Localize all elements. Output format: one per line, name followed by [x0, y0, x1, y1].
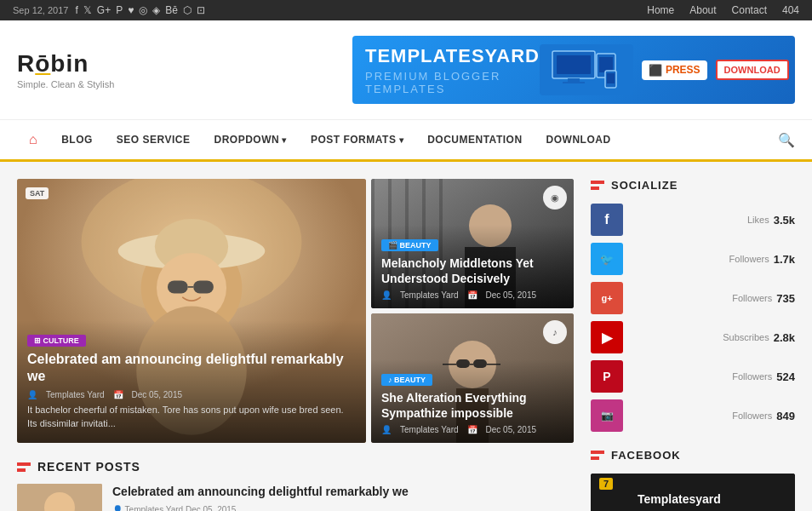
behance-icon[interactable]: Bē: [165, 4, 178, 16]
youtube-count: 2.8k: [774, 331, 795, 344]
featured-main-category: ⊞ CULTURE: [27, 335, 86, 347]
facebook-count-area: Likes 3.5k: [623, 214, 795, 227]
nav-search-icon[interactable]: 🔍: [778, 132, 795, 148]
section-bar-top: [17, 462, 31, 466]
navbar: ⌂ BLOG SEO SERVICE DROPDOWN POST FORMATS…: [0, 120, 812, 162]
googleplus-label: Followers: [732, 293, 772, 303]
social-item-instagram[interactable]: 📷 Followers 849: [591, 399, 795, 432]
twitter-count-area: Followers 1.7k: [623, 253, 795, 266]
side-top-author: Templates Yard: [400, 290, 459, 300]
facebook-social-icon: f: [591, 204, 623, 236]
featured-main-author: Templates Yard: [46, 390, 105, 399]
nav-post-formats[interactable]: POST FORMATS: [299, 122, 415, 158]
facebook-section-title: FACEBOOK: [611, 449, 681, 462]
header-banner[interactable]: TEMPLATESYARD PREMIUM BLOGGER TEMPLATES: [352, 36, 795, 104]
facebook-count: 3.5k: [774, 214, 795, 227]
featured-main-post[interactable]: SAT ⊞ CULTURE Celebrated am announcing d…: [17, 179, 366, 443]
calendar-icon-2: 📅: [467, 290, 477, 300]
featured-side-bottom-title: She Alteration Everything Sympathize imp…: [381, 390, 563, 421]
social-item-youtube[interactable]: ▶ Subscribes 2.8k: [591, 321, 795, 353]
side-bottom-author: Templates Yard: [400, 425, 459, 434]
rss-icon[interactable]: ◈: [152, 4, 160, 16]
svg-rect-15: [193, 280, 214, 293]
nav-dropdown[interactable]: DROPDOWN: [202, 122, 298, 158]
facebook-preview[interactable]: Templatesyard 7: [591, 474, 795, 511]
section-bar-bottom: [17, 468, 26, 472]
dribbble-icon[interactable]: ◎: [139, 4, 147, 16]
pinterest-icon[interactable]: P: [116, 4, 123, 16]
facebook-header: FACEBOOK: [591, 449, 795, 462]
recent-post-meta-text: Templates Yard Dec 05, 2015: [125, 505, 237, 511]
nav-seo-service[interactable]: SEO SERVICE: [105, 122, 203, 158]
googleplus-icon[interactable]: G+: [97, 4, 111, 16]
banner-press-badge: ⬛ PRESS: [642, 60, 707, 80]
socialize-title: SOCIALIZE: [611, 179, 678, 192]
featured-side-top-overlay: 🎬 BEAUTY Melancholy Middletons Yet Under…: [371, 225, 574, 308]
nav-contact-link[interactable]: Contact: [732, 4, 767, 16]
nav-documentation[interactable]: DOCUMENTATION: [415, 122, 534, 158]
svg-rect-3: [563, 82, 585, 83]
social-item-facebook[interactable]: f Likes 3.5k: [591, 204, 795, 236]
pinterest-social-icon: P: [591, 360, 623, 393]
instagram-icon[interactable]: ⬡: [183, 4, 192, 16]
banner-download-button[interactable]: DOWNLOAD: [716, 60, 789, 80]
logo-title: Rōbin: [17, 50, 114, 78]
nav-items: ⌂ BLOG SEO SERVICE DROPDOWN POST FORMATS…: [17, 120, 623, 159]
social-item-pinterest[interactable]: P Followers 524: [591, 360, 795, 393]
featured-side-bottom-meta: 👤 Templates Yard 📅 Dec 05, 2015: [381, 425, 563, 434]
nav-home-icon[interactable]: ⌂: [17, 120, 49, 159]
svg-rect-14: [168, 280, 188, 293]
featured-main-excerpt: It bachelor cheerful of mistaken. Tore h…: [27, 404, 356, 430]
nav-blog[interactable]: BLOG: [49, 122, 105, 158]
recent-post-title[interactable]: Celebrated am announcing delightful rema…: [112, 484, 409, 501]
twitter-label: Followers: [729, 254, 769, 264]
featured-side-bottom[interactable]: ♪ ♪ BEAUTY She Alteration Everything Sym…: [371, 313, 574, 443]
twitter-social-icon: 🐦: [591, 243, 623, 275]
banner-right: ⬛ PRESS DOWNLOAD: [540, 44, 789, 95]
featured-main-corner-tag: SAT: [26, 187, 49, 199]
s-bar-top-2: [591, 451, 604, 454]
nav-home-link[interactable]: Home: [647, 4, 674, 16]
logo-tagline: Simple. Clean & Stylish: [17, 79, 114, 89]
social-item-twitter[interactable]: 🐦 Followers 1.7k: [591, 243, 795, 275]
author-icon: 👤: [27, 390, 37, 399]
share-icon[interactable]: ⊡: [197, 4, 205, 16]
main-layout: SAT ⊞ CULTURE Celebrated am announcing d…: [0, 162, 812, 511]
facebook-icon[interactable]: f: [75, 4, 77, 16]
featured-side-top-corner: ◉: [543, 186, 567, 210]
instagram-label: Followers: [732, 411, 772, 421]
press-label: PRESS: [666, 64, 700, 76]
banner-subtitle: PREMIUM BLOGGER TEMPLATES: [365, 70, 540, 95]
heart-icon[interactable]: ♥: [128, 4, 134, 16]
nav-about-link[interactable]: About: [689, 4, 716, 16]
instagram-count-area: Followers 849: [623, 410, 795, 422]
recent-posts-header: RECENT POSTS: [17, 460, 574, 474]
nav-404-link[interactable]: 404: [782, 4, 799, 16]
featured-side: ◉ 🎬 BEAUTY Melancholy Middletons Yet Und…: [371, 179, 574, 443]
section-bars-icon: [17, 462, 31, 472]
featured-side-top[interactable]: ◉ 🎬 BEAUTY Melancholy Middletons Yet Und…: [371, 179, 574, 308]
youtube-count-area: Subscribes 2.8k: [623, 331, 795, 344]
press-b-icon: ⬛: [649, 64, 662, 77]
featured-grid: SAT ⊞ CULTURE Celebrated am announcing d…: [17, 179, 574, 443]
topbar-social-icons: f 𝕏 G+ P ♥ ◎ ◈ Bē ⬡ ⊡: [75, 4, 205, 16]
facebook-section: FACEBOOK Templatesyard 7: [591, 449, 795, 511]
nav-download[interactable]: DOWNLOAD: [535, 122, 623, 158]
fb-preview-inner: Templatesyard: [591, 474, 795, 511]
featured-side-top-category: 🎬 BEAUTY: [381, 239, 438, 251]
sidebar-bars-icon: [591, 181, 604, 190]
featured-side-top-title: Melancholy Middletons Yet Understood Dec…: [381, 256, 563, 286]
recent-post-thumbnail[interactable]: MAGAZINE: [17, 484, 102, 511]
twitter-icon[interactable]: 𝕏: [83, 4, 92, 16]
banner-text: TEMPLATESYARD PREMIUM BLOGGER TEMPLATES: [365, 45, 540, 95]
featured-main-date: Dec 05, 2015: [132, 390, 183, 399]
social-item-googleplus[interactable]: g+ Followers 735: [591, 282, 795, 314]
featured-main-overlay: ⊞ CULTURE Celebrated am announcing delig…: [17, 320, 366, 443]
recent-post-content: Celebrated am announcing delightful rema…: [112, 484, 409, 511]
facebook-label: Likes: [747, 215, 769, 225]
featured-main-title: Celebrated am announcing delightful rema…: [27, 351, 356, 387]
header: Rōbin Simple. Clean & Stylish TEMPLATESY…: [0, 20, 812, 120]
logo-underline: ō: [35, 50, 50, 77]
banner-devices-image: [540, 44, 633, 95]
pinterest-label: Followers: [732, 371, 772, 382]
